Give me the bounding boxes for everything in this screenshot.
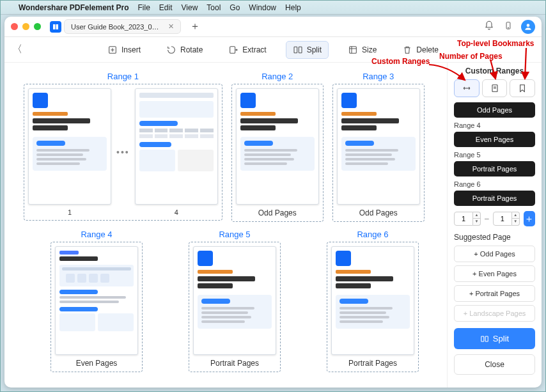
titlebar: User Guide Book_2023_0… ✕ ＋ <box>4 17 542 37</box>
document-tab[interactable]: User Guide Book_2023_0… ✕ <box>64 19 181 34</box>
to-up[interactable]: ▲ <box>512 212 520 219</box>
mode-top-level-bookmarks[interactable] <box>510 79 535 97</box>
page-1-number: 1 <box>68 208 72 216</box>
range-5-caption: Portrait Pages <box>210 359 259 368</box>
page-thumb-even[interactable] <box>55 246 138 355</box>
range-5-group[interactable]: Portrait Pages <box>189 242 281 372</box>
close-window[interactable] <box>11 23 18 30</box>
menu-help[interactable]: Help <box>285 3 301 12</box>
range-4-label: Range 4 <box>81 230 112 239</box>
page-thumb-odd-1[interactable] <box>236 88 319 205</box>
zoom-window[interactable] <box>34 23 41 30</box>
extract-tool[interactable]: Extract <box>222 41 272 59</box>
split-button-label: Split <box>493 334 509 343</box>
mac-menubar: Wondershare PDFelement Pro File Edit Vie… <box>1 1 545 15</box>
range-odd-pages[interactable]: Odd Pages <box>454 102 535 118</box>
size-tool[interactable]: Size <box>341 41 383 59</box>
range-2-caption: Odd Pages <box>258 208 297 217</box>
range-from-input[interactable] <box>454 212 473 226</box>
split-label: Split <box>307 45 322 54</box>
back-button[interactable]: 〈 <box>12 43 27 56</box>
tab-close-icon[interactable]: ✕ <box>168 22 174 31</box>
app-logo-icon <box>50 21 61 33</box>
notifications-icon[interactable] <box>483 20 495 33</box>
panel-range-4-label: Range 4 <box>454 122 535 129</box>
extract-label: Extract <box>242 45 266 54</box>
menu-window[interactable]: Window <box>249 3 276 12</box>
range-to-input[interactable] <box>493 212 512 226</box>
menu-edit[interactable]: Edit <box>159 3 173 12</box>
user-avatar[interactable] <box>521 20 535 34</box>
page-thumb-portrait-2[interactable] <box>331 246 414 355</box>
split-tool[interactable]: Split <box>286 41 329 59</box>
suggest-portrait[interactable]: + Portrait Pages <box>454 285 535 302</box>
tab-title: User Guide Book_2023_0… <box>71 23 159 31</box>
menu-tool[interactable]: Tool <box>207 3 221 12</box>
menu-view[interactable]: View <box>182 3 198 12</box>
range-3-caption: Odd Pages <box>359 208 398 217</box>
range-1-group[interactable]: 1 ••• <box>24 84 222 221</box>
suggest-odd[interactable]: + Odd Pages <box>454 246 535 262</box>
range-5-label: Range 5 <box>219 230 250 239</box>
range-6-group[interactable]: Portrait Pages <box>327 242 419 372</box>
insert-label: Insert <box>121 45 141 54</box>
window-controls <box>11 23 41 30</box>
split-mode-tabs <box>454 79 535 97</box>
from-up[interactable]: ▲ <box>473 212 481 219</box>
range-portrait-pages-2[interactable]: Portrait Pages <box>454 191 535 206</box>
suggest-landscape: + Landscape Pages <box>454 305 535 322</box>
range-4-group[interactable]: Even Pages <box>51 242 143 372</box>
mobile-icon[interactable] <box>502 20 515 33</box>
page-thumb-1[interactable] <box>28 88 111 205</box>
range-dash: – <box>485 214 489 223</box>
menu-go[interactable]: Go <box>230 3 240 12</box>
pages-canvas[interactable]: Range 1 1 ••• <box>4 63 447 388</box>
range-even-pages[interactable]: Even Pages <box>454 132 535 147</box>
panel-range-6-label: Range 6 <box>454 180 535 188</box>
range-2-group[interactable]: Odd Pages <box>231 84 324 222</box>
range-to-stepper[interactable]: ▲▼ <box>493 212 520 226</box>
range-6-label: Range 6 <box>357 230 388 239</box>
size-label: Size <box>362 45 377 54</box>
svg-point-1 <box>508 27 508 28</box>
split-button[interactable]: Split <box>454 328 535 349</box>
svg-rect-4 <box>230 46 235 53</box>
suggest-even[interactable]: + Even Pages <box>454 265 535 282</box>
insert-tool[interactable]: Insert <box>101 41 147 59</box>
page-thumb-portrait-1[interactable] <box>193 246 276 355</box>
new-tab-button[interactable]: ＋ <box>190 20 200 33</box>
panel-title: Custom Ranges <box>454 67 535 75</box>
range-6-caption: Portrait Pages <box>348 359 397 368</box>
app-name[interactable]: Wondershare PDFelement Pro <box>19 3 129 12</box>
rotate-tool[interactable]: Rotate <box>160 41 209 59</box>
range-portrait-pages-1[interactable]: Portrait Pages <box>454 161 535 176</box>
svg-rect-9 <box>481 336 484 341</box>
from-down[interactable]: ▼ <box>473 219 481 226</box>
range-3-group[interactable]: Odd Pages <box>332 84 425 222</box>
minimize-window[interactable] <box>22 23 29 30</box>
svg-point-2 <box>527 24 530 27</box>
range-3-label: Range 3 <box>363 72 394 81</box>
app-window: User Guide Book_2023_0… ✕ ＋ 〈 Insert Rot… <box>4 17 542 388</box>
split-panel: Custom Ranges Odd Pages Range 4 Even Pag… <box>447 63 542 388</box>
panel-range-5-label: Range 5 <box>454 151 535 159</box>
mode-number-of-pages[interactable] <box>482 79 508 97</box>
range-from-stepper[interactable]: ▲▼ <box>454 212 481 226</box>
add-range-button[interactable]: ＋ <box>524 211 535 226</box>
close-button[interactable]: Close <box>454 354 535 375</box>
ellipsis-icon: ••• <box>115 147 131 157</box>
page-4-number: 4 <box>175 208 178 216</box>
svg-rect-5 <box>294 47 297 52</box>
delete-tool[interactable]: Delete <box>396 41 445 59</box>
page-thumb-4[interactable] <box>135 88 218 205</box>
menu-file[interactable]: File <box>138 3 150 12</box>
mode-custom-ranges[interactable] <box>454 79 480 97</box>
rotate-label: Rotate <box>180 45 203 54</box>
suggested-title: Suggested Page <box>454 233 535 242</box>
svg-rect-7 <box>350 46 357 53</box>
page-thumb-odd-2[interactable] <box>337 88 420 205</box>
svg-rect-6 <box>299 47 302 52</box>
delete-label: Delete <box>416 45 439 54</box>
to-down[interactable]: ▼ <box>512 219 520 226</box>
range-2-label: Range 2 <box>261 72 293 81</box>
